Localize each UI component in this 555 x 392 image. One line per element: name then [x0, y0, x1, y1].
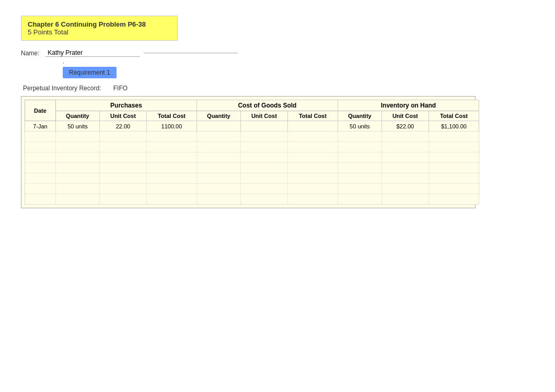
- data-cell: [196, 121, 240, 132]
- requirement-button[interactable]: Requirement 1: [63, 67, 117, 78]
- data-cell: [146, 194, 196, 205]
- cogs-total-header: Total Cost: [287, 111, 338, 121]
- data-cell: [196, 194, 240, 205]
- inventory-unit-header: Unit Cost: [381, 111, 429, 121]
- data-cell: [429, 142, 479, 152]
- data-cell: [25, 142, 56, 152]
- data-cell: [146, 152, 196, 163]
- purchases-section-header: Purchases: [55, 100, 196, 111]
- dot-separator: ·: [63, 60, 534, 66]
- inventory-total-header: Total Cost: [429, 111, 479, 121]
- data-cell: [55, 184, 99, 194]
- data-cell: [55, 152, 99, 163]
- cogs-unit-header: Unit Cost: [240, 111, 287, 121]
- data-cell: $1,100.00: [429, 121, 479, 132]
- data-cell: [240, 194, 287, 205]
- data-cell: [338, 152, 381, 163]
- data-cell: [99, 184, 146, 194]
- data-cell: [146, 132, 196, 142]
- date-header: Date: [25, 100, 56, 121]
- data-cell: [55, 194, 99, 205]
- data-cell: [196, 142, 240, 152]
- data-cell: [99, 152, 146, 163]
- data-cell: 50 units: [55, 121, 99, 132]
- inventory-table-wrapper: Date Purchases Cost of Goods Sold Invent…: [21, 96, 476, 208]
- data-cell: [429, 194, 479, 205]
- table-row: [25, 163, 479, 173]
- data-cell: [99, 173, 146, 184]
- data-cell: [99, 132, 146, 142]
- purchases-qty-header: Quantity: [55, 111, 99, 121]
- data-cell: [381, 184, 429, 194]
- data-cell: [429, 173, 479, 184]
- header-box: Chapter 6 Continuing Problem P6-38 5 Poi…: [21, 16, 178, 41]
- data-cell: [381, 173, 429, 184]
- data-cell: [338, 142, 381, 152]
- data-cell: [240, 152, 287, 163]
- data-cell: [240, 184, 287, 194]
- name-label: Name:: [21, 50, 39, 57]
- data-cell: [146, 142, 196, 152]
- data-cell: [287, 163, 338, 173]
- data-cell: [287, 142, 338, 152]
- data-cell: 22.00: [99, 121, 146, 132]
- data-cell: [240, 121, 287, 132]
- data-cell: [196, 163, 240, 173]
- data-cell: [196, 132, 240, 142]
- data-cell: [381, 152, 429, 163]
- data-cell: [99, 163, 146, 173]
- data-cell: [287, 184, 338, 194]
- data-cell: [429, 184, 479, 194]
- data-cell: [429, 152, 479, 163]
- data-cell: [287, 152, 338, 163]
- page-container: Chapter 6 Continuing Problem P6-38 5 Poi…: [0, 0, 555, 224]
- data-cell: [338, 173, 381, 184]
- data-cell: 7-Jan: [25, 121, 56, 132]
- data-cell: [99, 142, 146, 152]
- data-cell: [240, 173, 287, 184]
- table-row: [25, 184, 479, 194]
- data-cell: $22.00: [381, 121, 429, 132]
- data-cell: [25, 184, 56, 194]
- data-cell: [338, 184, 381, 194]
- data-cell: [287, 121, 338, 132]
- data-cell: [25, 132, 56, 142]
- name-value: Kathy Prater: [45, 49, 140, 57]
- data-cell: [287, 194, 338, 205]
- data-cell: [338, 163, 381, 173]
- data-cell: [146, 173, 196, 184]
- table-row: [25, 194, 479, 205]
- data-cell: [287, 173, 338, 184]
- cogs-qty-header: Quantity: [196, 111, 240, 121]
- data-cell: 50 units: [338, 121, 381, 132]
- data-cell: [25, 163, 56, 173]
- section-title-row: Date Purchases Cost of Goods Sold Invent…: [25, 100, 479, 111]
- data-cell: [338, 132, 381, 142]
- data-cell: [25, 152, 56, 163]
- data-cell: [240, 163, 287, 173]
- data-cell: [99, 194, 146, 205]
- data-cell: [429, 163, 479, 173]
- data-cell: [429, 132, 479, 142]
- cogs-section-header: Cost of Goods Sold: [196, 100, 338, 111]
- data-cell: [196, 173, 240, 184]
- data-cell: [287, 132, 338, 142]
- data-cell: [25, 194, 56, 205]
- table-body: 7-Jan50 units22.001100.00 50 units$22.00…: [25, 121, 479, 205]
- data-cell: [55, 173, 99, 184]
- data-cell: 1100.00: [146, 121, 196, 132]
- data-cell: [55, 142, 99, 152]
- table-row: [25, 173, 479, 184]
- inventory-qty-header: Quantity: [338, 111, 381, 121]
- date-input[interactable]: [144, 53, 238, 53]
- record-label: Perpetual Inventory Record: FIFO: [23, 85, 534, 92]
- data-cell: [381, 194, 429, 205]
- data-cell: [25, 173, 56, 184]
- data-cell: [338, 194, 381, 205]
- data-cell: [381, 142, 429, 152]
- sub-header-row: Quantity Unit Cost Total Cost Quantity U…: [25, 111, 479, 121]
- data-cell: [146, 163, 196, 173]
- table-row: [25, 152, 479, 163]
- data-cell: [240, 142, 287, 152]
- purchases-total-header: Total Cost: [146, 111, 196, 121]
